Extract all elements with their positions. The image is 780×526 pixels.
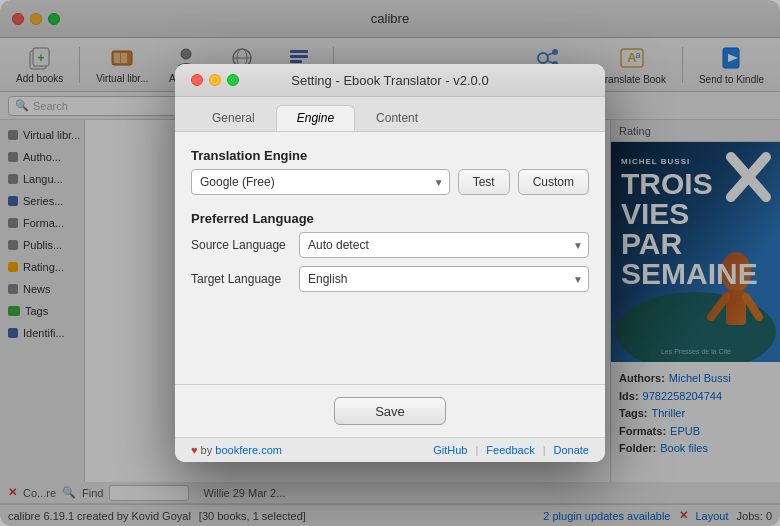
source-language-label: Source Language (191, 238, 291, 252)
dialog-footer: Save (175, 384, 605, 437)
dialog-body: Translation Engine Google (Free) DeepL M… (175, 132, 605, 384)
target-language-select-wrap: English French Spanish German Chinese Ja… (299, 266, 589, 292)
github-link[interactable]: GitHub (433, 444, 467, 456)
tab-engine[interactable]: Engine (276, 105, 355, 131)
modal-overlay: Setting - Ebook Translator - v2.0.0 Gene… (0, 0, 780, 526)
dialog-maximize-button[interactable] (227, 74, 239, 86)
save-button[interactable]: Save (334, 397, 446, 425)
engine-select[interactable]: Google (Free) DeepL Microsoft ChatGPT Am… (191, 169, 450, 195)
language-rows: Source Language Auto detect English Fren… (191, 232, 589, 292)
calibre-window: calibre + Add books Virtual (0, 0, 780, 526)
sep-1: | (475, 444, 478, 456)
preferred-language-title: Preferred Language (191, 211, 589, 226)
dialog-minimize-button[interactable] (209, 74, 221, 86)
target-language-label: Target Language (191, 272, 291, 286)
dialog-footer-links: GitHub | Feedback | Donate (433, 444, 589, 456)
test-button[interactable]: Test (458, 169, 510, 195)
custom-button[interactable]: Custom (518, 169, 589, 195)
source-language-select[interactable]: Auto detect English French Spanish Germa… (299, 232, 589, 258)
tab-engine-label: Engine (297, 111, 334, 125)
settings-dialog: Setting - Ebook Translator - v2.0.0 Gene… (175, 64, 605, 462)
source-language-select-wrap: Auto detect English French Spanish Germa… (299, 232, 589, 258)
tab-content-label: Content (376, 111, 418, 125)
dialog-title-bar: Setting - Ebook Translator - v2.0.0 (175, 64, 605, 97)
preferred-language-section: Preferred Language Source Language Auto … (191, 211, 589, 292)
engine-select-wrap: Google (Free) DeepL Microsoft ChatGPT Am… (191, 169, 450, 195)
source-language-row: Source Language Auto detect English Fren… (191, 232, 589, 258)
dialog-close-button[interactable] (191, 74, 203, 86)
translation-engine-section: Translation Engine Google (Free) DeepL M… (191, 148, 589, 195)
dialog-bottom-bar: ♥ by bookfere.com GitHub | Feedback | Do… (175, 437, 605, 462)
target-language-row: Target Language English French Spanish G… (191, 266, 589, 292)
engine-row: Google (Free) DeepL Microsoft ChatGPT Am… (191, 169, 589, 195)
tab-content[interactable]: Content (355, 105, 439, 131)
donate-link[interactable]: Donate (554, 444, 589, 456)
sep-2: | (543, 444, 546, 456)
dialog-traffic-lights (191, 74, 239, 86)
bookfere-link[interactable]: bookfere.com (215, 444, 282, 456)
dialog-branding: ♥ by bookfere.com (191, 444, 282, 456)
dialog-tabs: General Engine Content (175, 97, 605, 132)
tab-general-label: General (212, 111, 255, 125)
translation-engine-title: Translation Engine (191, 148, 589, 163)
heart-icon: ♥ (191, 444, 198, 456)
target-language-select[interactable]: English French Spanish German Chinese Ja… (299, 266, 589, 292)
dialog-spacer (191, 308, 589, 368)
feedback-link[interactable]: Feedback (486, 444, 534, 456)
tab-general[interactable]: General (191, 105, 276, 131)
dialog-title: Setting - Ebook Translator - v2.0.0 (291, 73, 488, 88)
by-text: by (201, 444, 216, 456)
